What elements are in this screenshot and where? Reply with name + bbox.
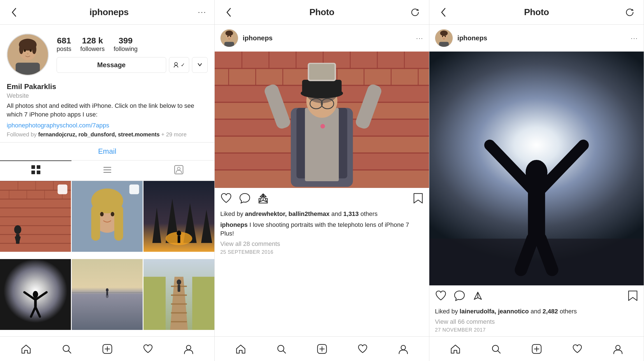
svg-rect-91 <box>224 42 234 47</box>
grid-photo-4[interactable] <box>0 259 71 330</box>
svg-point-7 <box>27 53 29 54</box>
view-comments-2[interactable]: View all 66 comments <box>429 318 644 327</box>
tagged-icon <box>174 165 184 177</box>
list-icon <box>102 165 112 177</box>
grid-photo-2[interactable] <box>72 181 143 252</box>
nav2-profile[interactable] <box>394 340 412 358</box>
svg-point-35 <box>14 225 21 234</box>
back-button[interactable] <box>8 6 20 18</box>
post2-actions <box>429 285 644 307</box>
nav3-search[interactable] <box>487 340 505 358</box>
profile-title: iphoneps <box>89 7 129 17</box>
svg-rect-110 <box>296 52 296 69</box>
grid-photo-3[interactable] <box>143 181 214 252</box>
grid-photo-6[interactable] <box>143 259 214 330</box>
svg-rect-78 <box>178 285 180 292</box>
svg-rect-12 <box>31 171 35 174</box>
svg-rect-70 <box>192 277 214 330</box>
photo2-top-nav: Photo <box>429 0 644 25</box>
svg-point-54 <box>177 230 181 236</box>
back-button-photo1[interactable] <box>223 6 235 18</box>
svg-rect-113 <box>377 52 378 69</box>
nav-profile[interactable] <box>180 340 198 358</box>
svg-rect-108 <box>242 52 242 69</box>
view-comments-1[interactable]: View all 28 comments <box>215 240 429 249</box>
nav2-likes[interactable] <box>354 340 372 358</box>
svg-rect-31 <box>9 190 10 199</box>
tab-tagged[interactable] <box>143 160 214 181</box>
svg-point-57 <box>33 291 38 298</box>
svg-point-167 <box>616 345 620 350</box>
svg-rect-23 <box>0 207 71 208</box>
followers-label: followers <box>80 45 105 53</box>
nav-add[interactable] <box>98 340 116 358</box>
back-button-photo2[interactable] <box>437 6 450 18</box>
svg-point-90 <box>230 36 231 37</box>
post1-image <box>215 52 429 188</box>
nav-home[interactable] <box>17 340 35 358</box>
svg-rect-13 <box>37 171 40 174</box>
profile-tab-bar <box>0 160 214 181</box>
post1-more[interactable]: ··· <box>416 35 423 41</box>
follow-status-button[interactable]: ✓ <box>169 57 189 73</box>
svg-rect-55 <box>178 236 180 243</box>
svg-rect-112 <box>350 52 351 69</box>
svg-rect-75 <box>171 312 187 314</box>
svg-point-5 <box>24 49 26 52</box>
posts-count: 681 <box>57 36 71 45</box>
post1-timestamp: 25 September 2016 <box>215 249 429 258</box>
profile-name: Emil Pakarklis <box>7 82 208 91</box>
nav2-add[interactable] <box>313 340 331 358</box>
profile-info: Emil Pakarklis Website All photos shot a… <box>0 80 214 142</box>
share-button-2[interactable] <box>472 290 484 303</box>
nav3-add[interactable] <box>528 340 546 358</box>
tab-list[interactable] <box>71 160 143 181</box>
svg-point-45 <box>100 212 104 216</box>
bottom-nav <box>0 336 214 361</box>
nav3-home[interactable] <box>446 340 464 358</box>
svg-point-6 <box>30 49 32 52</box>
refresh-button-photo1[interactable] <box>409 6 421 18</box>
posts-label: posts <box>57 45 71 53</box>
post1-username[interactable]: iphoneps <box>243 34 412 42</box>
nav2-search[interactable] <box>272 340 290 358</box>
post2-more[interactable]: ··· <box>631 35 638 41</box>
tab-grid[interactable] <box>0 160 71 181</box>
bookmark-button[interactable] <box>413 192 423 205</box>
grid-photo-1[interactable] <box>0 181 71 252</box>
nav-likes[interactable] <box>139 340 157 358</box>
svg-point-65 <box>106 288 108 292</box>
post2-timestamp: 27 November 2017 <box>429 327 644 336</box>
svg-rect-15 <box>103 169 111 170</box>
like-button-2[interactable] <box>435 290 447 303</box>
nav3-likes[interactable] <box>568 340 586 358</box>
comment-button[interactable] <box>239 192 251 205</box>
message-button[interactable]: Message <box>57 57 166 73</box>
svg-rect-33 <box>44 190 45 199</box>
share-button[interactable] <box>257 192 269 205</box>
email-button[interactable]: Email <box>98 147 116 156</box>
photo2-title: Photo <box>524 7 549 17</box>
svg-point-137 <box>320 124 325 129</box>
more-options-button[interactable]: ··· <box>198 8 207 17</box>
svg-point-149 <box>440 31 448 36</box>
bottom-nav-3 <box>429 336 644 361</box>
following-count: 399 <box>119 36 133 45</box>
avatar <box>7 34 49 76</box>
nav-search[interactable] <box>58 340 76 358</box>
refresh-button-photo2[interactable] <box>624 6 636 18</box>
like-button[interactable] <box>220 192 232 205</box>
svg-rect-109 <box>268 52 269 69</box>
post1-caption: iphoneps I love shooting portraits with … <box>215 221 429 240</box>
comment-button-2[interactable] <box>453 290 465 303</box>
dropdown-button[interactable] <box>192 57 208 73</box>
bottom-nav-2 <box>215 336 429 361</box>
nav3-profile[interactable] <box>609 340 627 358</box>
bookmark-button-2[interactable] <box>627 290 638 303</box>
nav2-home[interactable] <box>232 340 250 358</box>
grid-icon <box>31 165 41 177</box>
profile-link[interactable]: iphonephotographyschool.com/7apps <box>7 122 109 129</box>
svg-point-150 <box>442 36 443 37</box>
post2-username[interactable]: iphoneps <box>457 34 626 42</box>
grid-photo-5[interactable] <box>72 259 143 330</box>
